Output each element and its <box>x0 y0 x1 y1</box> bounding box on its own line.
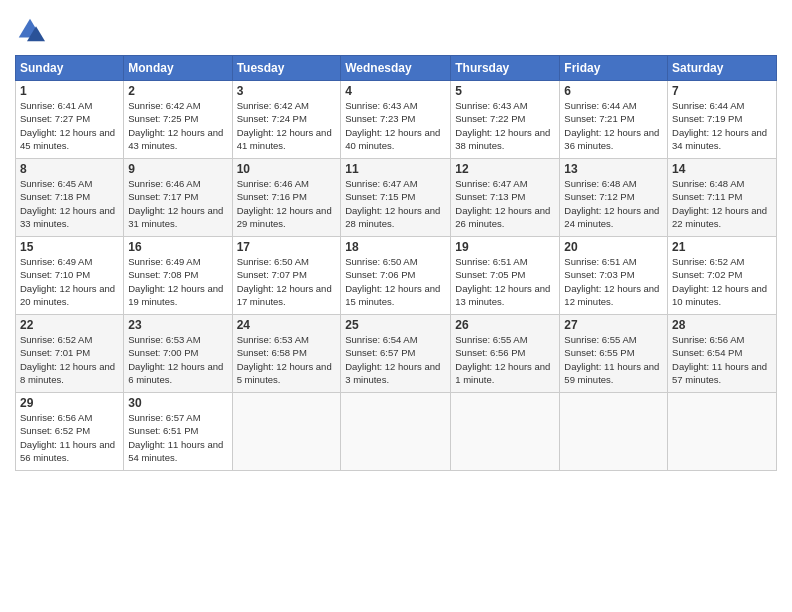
day-number: 20 <box>564 240 663 254</box>
day-number: 24 <box>237 318 337 332</box>
calendar-cell: 16Sunrise: 6:49 AMSunset: 7:08 PMDayligh… <box>124 237 232 315</box>
calendar-week-5: 29Sunrise: 6:56 AMSunset: 6:52 PMDayligh… <box>16 393 777 471</box>
calendar-header-monday: Monday <box>124 56 232 81</box>
calendar-cell <box>560 393 668 471</box>
day-info: Sunrise: 6:45 AMSunset: 7:18 PMDaylight:… <box>20 177 119 230</box>
calendar-cell: 14Sunrise: 6:48 AMSunset: 7:11 PMDayligh… <box>668 159 777 237</box>
calendar-week-2: 8Sunrise: 6:45 AMSunset: 7:18 PMDaylight… <box>16 159 777 237</box>
calendar-cell: 4Sunrise: 6:43 AMSunset: 7:23 PMDaylight… <box>341 81 451 159</box>
logo <box>15 15 49 45</box>
day-info: Sunrise: 6:56 AMSunset: 6:52 PMDaylight:… <box>20 411 119 464</box>
day-info: Sunrise: 6:44 AMSunset: 7:19 PMDaylight:… <box>672 99 772 152</box>
day-number: 14 <box>672 162 772 176</box>
day-info: Sunrise: 6:46 AMSunset: 7:17 PMDaylight:… <box>128 177 227 230</box>
calendar-cell: 3Sunrise: 6:42 AMSunset: 7:24 PMDaylight… <box>232 81 341 159</box>
calendar-cell: 29Sunrise: 6:56 AMSunset: 6:52 PMDayligh… <box>16 393 124 471</box>
day-number: 12 <box>455 162 555 176</box>
day-number: 23 <box>128 318 227 332</box>
day-info: Sunrise: 6:53 AMSunset: 6:58 PMDaylight:… <box>237 333 337 386</box>
calendar-cell: 9Sunrise: 6:46 AMSunset: 7:17 PMDaylight… <box>124 159 232 237</box>
calendar-cell: 5Sunrise: 6:43 AMSunset: 7:22 PMDaylight… <box>451 81 560 159</box>
day-info: Sunrise: 6:43 AMSunset: 7:23 PMDaylight:… <box>345 99 446 152</box>
day-info: Sunrise: 6:55 AMSunset: 6:56 PMDaylight:… <box>455 333 555 386</box>
calendar-header-wednesday: Wednesday <box>341 56 451 81</box>
day-info: Sunrise: 6:55 AMSunset: 6:55 PMDaylight:… <box>564 333 663 386</box>
day-number: 21 <box>672 240 772 254</box>
day-number: 8 <box>20 162 119 176</box>
calendar-cell: 13Sunrise: 6:48 AMSunset: 7:12 PMDayligh… <box>560 159 668 237</box>
calendar-cell: 6Sunrise: 6:44 AMSunset: 7:21 PMDaylight… <box>560 81 668 159</box>
calendar-cell: 7Sunrise: 6:44 AMSunset: 7:19 PMDaylight… <box>668 81 777 159</box>
calendar-cell: 20Sunrise: 6:51 AMSunset: 7:03 PMDayligh… <box>560 237 668 315</box>
day-info: Sunrise: 6:48 AMSunset: 7:11 PMDaylight:… <box>672 177 772 230</box>
calendar-cell: 19Sunrise: 6:51 AMSunset: 7:05 PMDayligh… <box>451 237 560 315</box>
calendar-cell: 17Sunrise: 6:50 AMSunset: 7:07 PMDayligh… <box>232 237 341 315</box>
day-info: Sunrise: 6:49 AMSunset: 7:10 PMDaylight:… <box>20 255 119 308</box>
calendar-cell: 18Sunrise: 6:50 AMSunset: 7:06 PMDayligh… <box>341 237 451 315</box>
calendar-cell: 11Sunrise: 6:47 AMSunset: 7:15 PMDayligh… <box>341 159 451 237</box>
day-info: Sunrise: 6:51 AMSunset: 7:05 PMDaylight:… <box>455 255 555 308</box>
day-number: 30 <box>128 396 227 410</box>
calendar-cell: 23Sunrise: 6:53 AMSunset: 7:00 PMDayligh… <box>124 315 232 393</box>
day-number: 2 <box>128 84 227 98</box>
day-info: Sunrise: 6:41 AMSunset: 7:27 PMDaylight:… <box>20 99 119 152</box>
day-number: 16 <box>128 240 227 254</box>
day-number: 3 <box>237 84 337 98</box>
day-number: 6 <box>564 84 663 98</box>
calendar: SundayMondayTuesdayWednesdayThursdayFrid… <box>15 55 777 471</box>
calendar-cell: 10Sunrise: 6:46 AMSunset: 7:16 PMDayligh… <box>232 159 341 237</box>
calendar-body: 1Sunrise: 6:41 AMSunset: 7:27 PMDaylight… <box>16 81 777 471</box>
day-number: 26 <box>455 318 555 332</box>
day-info: Sunrise: 6:50 AMSunset: 7:07 PMDaylight:… <box>237 255 337 308</box>
calendar-cell: 28Sunrise: 6:56 AMSunset: 6:54 PMDayligh… <box>668 315 777 393</box>
calendar-header-sunday: Sunday <box>16 56 124 81</box>
calendar-cell: 2Sunrise: 6:42 AMSunset: 7:25 PMDaylight… <box>124 81 232 159</box>
day-info: Sunrise: 6:51 AMSunset: 7:03 PMDaylight:… <box>564 255 663 308</box>
logo-icon <box>15 15 45 45</box>
calendar-header-saturday: Saturday <box>668 56 777 81</box>
day-info: Sunrise: 6:47 AMSunset: 7:13 PMDaylight:… <box>455 177 555 230</box>
calendar-cell: 24Sunrise: 6:53 AMSunset: 6:58 PMDayligh… <box>232 315 341 393</box>
calendar-cell: 22Sunrise: 6:52 AMSunset: 7:01 PMDayligh… <box>16 315 124 393</box>
day-info: Sunrise: 6:47 AMSunset: 7:15 PMDaylight:… <box>345 177 446 230</box>
calendar-header-row: SundayMondayTuesdayWednesdayThursdayFrid… <box>16 56 777 81</box>
calendar-cell <box>668 393 777 471</box>
day-info: Sunrise: 6:42 AMSunset: 7:24 PMDaylight:… <box>237 99 337 152</box>
day-number: 25 <box>345 318 446 332</box>
day-number: 1 <box>20 84 119 98</box>
day-number: 28 <box>672 318 772 332</box>
day-number: 18 <box>345 240 446 254</box>
day-info: Sunrise: 6:46 AMSunset: 7:16 PMDaylight:… <box>237 177 337 230</box>
day-info: Sunrise: 6:44 AMSunset: 7:21 PMDaylight:… <box>564 99 663 152</box>
calendar-cell: 8Sunrise: 6:45 AMSunset: 7:18 PMDaylight… <box>16 159 124 237</box>
day-number: 15 <box>20 240 119 254</box>
calendar-cell: 25Sunrise: 6:54 AMSunset: 6:57 PMDayligh… <box>341 315 451 393</box>
calendar-header-friday: Friday <box>560 56 668 81</box>
header <box>15 15 777 45</box>
day-number: 4 <box>345 84 446 98</box>
day-number: 5 <box>455 84 555 98</box>
calendar-header-thursday: Thursday <box>451 56 560 81</box>
day-info: Sunrise: 6:48 AMSunset: 7:12 PMDaylight:… <box>564 177 663 230</box>
calendar-cell: 26Sunrise: 6:55 AMSunset: 6:56 PMDayligh… <box>451 315 560 393</box>
calendar-cell: 30Sunrise: 6:57 AMSunset: 6:51 PMDayligh… <box>124 393 232 471</box>
calendar-week-3: 15Sunrise: 6:49 AMSunset: 7:10 PMDayligh… <box>16 237 777 315</box>
day-info: Sunrise: 6:49 AMSunset: 7:08 PMDaylight:… <box>128 255 227 308</box>
day-info: Sunrise: 6:53 AMSunset: 7:00 PMDaylight:… <box>128 333 227 386</box>
day-number: 10 <box>237 162 337 176</box>
day-number: 17 <box>237 240 337 254</box>
day-number: 22 <box>20 318 119 332</box>
day-number: 13 <box>564 162 663 176</box>
day-info: Sunrise: 6:42 AMSunset: 7:25 PMDaylight:… <box>128 99 227 152</box>
day-info: Sunrise: 6:50 AMSunset: 7:06 PMDaylight:… <box>345 255 446 308</box>
day-info: Sunrise: 6:52 AMSunset: 7:01 PMDaylight:… <box>20 333 119 386</box>
day-info: Sunrise: 6:43 AMSunset: 7:22 PMDaylight:… <box>455 99 555 152</box>
calendar-cell <box>451 393 560 471</box>
day-info: Sunrise: 6:56 AMSunset: 6:54 PMDaylight:… <box>672 333 772 386</box>
calendar-week-1: 1Sunrise: 6:41 AMSunset: 7:27 PMDaylight… <box>16 81 777 159</box>
calendar-week-4: 22Sunrise: 6:52 AMSunset: 7:01 PMDayligh… <box>16 315 777 393</box>
day-number: 9 <box>128 162 227 176</box>
day-info: Sunrise: 6:57 AMSunset: 6:51 PMDaylight:… <box>128 411 227 464</box>
day-number: 7 <box>672 84 772 98</box>
calendar-header-tuesday: Tuesday <box>232 56 341 81</box>
